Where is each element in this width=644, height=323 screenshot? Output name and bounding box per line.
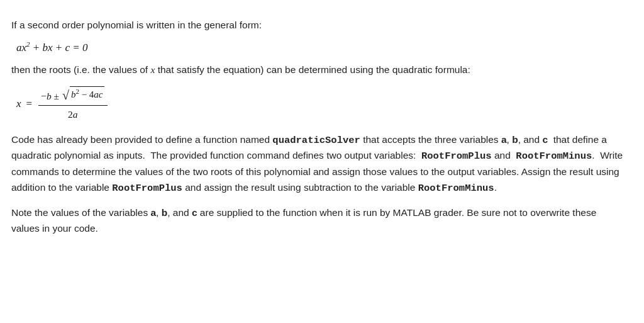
var-c-desc: c — [542, 134, 548, 145]
quadratic-formula: x = −b ± √b2 − 4ac 2a — [11, 86, 624, 122]
numerator: −b ± √b2 − 4ac — [38, 86, 107, 106]
formula-equals: = — [26, 96, 33, 112]
note-var-b: b — [162, 207, 167, 218]
denominator: 2a — [65, 106, 80, 122]
note-var-c: c — [192, 207, 197, 218]
output-rootfromminus-1: RootFromMinus — [516, 150, 592, 162]
fraction: −b ± √b2 − 4ac 2a — [38, 86, 107, 122]
description-block: Code has already been provided to define… — [11, 132, 624, 196]
formula-variable-x: x — [16, 96, 21, 112]
general-form-text: ax2 + bx + c = 0 — [16, 42, 88, 54]
content-area: If a second order polynomial is written … — [11, 18, 624, 236]
general-form: ax2 + bx + c = 0 — [11, 39, 624, 56]
note-block: Note the values of the variables a, b, a… — [11, 205, 624, 237]
then-text: then the roots (i.e. the values of x tha… — [11, 62, 624, 77]
note-paragraph: Note the values of the variables a, b, a… — [11, 205, 624, 237]
note-var-a: a — [150, 207, 156, 218]
var-b-desc: b — [512, 134, 518, 145]
sqrt-wrapper: √b2 − 4ac — [62, 86, 104, 101]
output-rootfromminus-2: RootFromMinus — [418, 183, 494, 194]
sqrt-content: b2 − 4ac — [70, 86, 104, 101]
function-name: quadraticSolver — [272, 135, 360, 146]
var-a-desc: a — [501, 134, 507, 145]
intro-text: If a second order polynomial is written … — [11, 18, 624, 33]
sqrt-radical: √ — [62, 89, 69, 101]
output-rootfromplus-1: RootFromPlus — [421, 150, 492, 162]
output-rootfromplus-2: RootFromPlus — [112, 183, 182, 194]
description-paragraph: Code has already been provided to define… — [11, 132, 624, 196]
